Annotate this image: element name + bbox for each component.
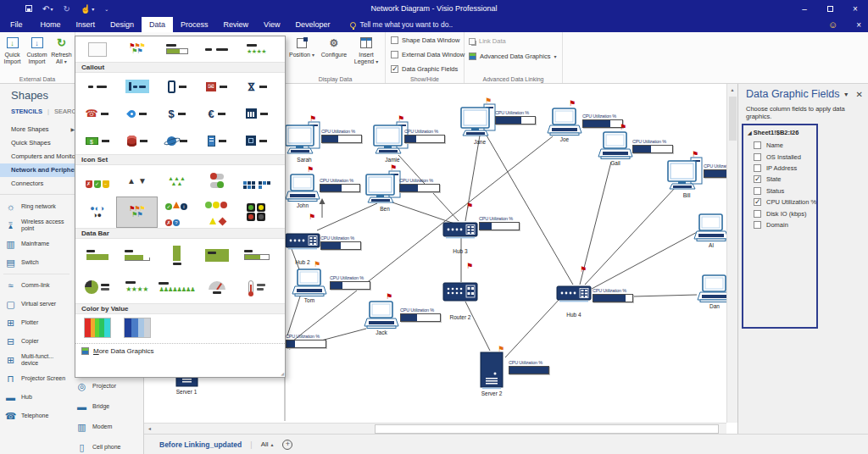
shape-multi-funct-device[interactable]: ⊞Multi-funct... device xyxy=(0,351,73,369)
vertical-data-bar[interactable] xyxy=(157,240,197,270)
stencil-network-and-peripherals[interactable]: Network and Peripherals xyxy=(0,163,78,177)
collapse-ribbon-icon[interactable]: × xyxy=(856,20,861,30)
field-name-checkbox[interactable]: Name xyxy=(748,140,816,151)
node-jack[interactable]: ⚑ xyxy=(364,301,399,333)
speedometer-data-bar[interactable] xyxy=(197,272,236,302)
more-data-graphics-button[interactable]: More Data Graphics xyxy=(75,343,285,358)
scroll-up-icon[interactable]: ▲ xyxy=(727,84,737,95)
data-graphic-callout[interactable] xyxy=(197,37,236,61)
stencil-connectors[interactable]: Connectors xyxy=(0,177,78,191)
node-tom[interactable]: ⚑ xyxy=(292,269,327,301)
block-data-bar[interactable] xyxy=(197,240,236,270)
shape-virtual-server[interactable]: ▢Virtual server xyxy=(0,295,73,313)
tab-file[interactable]: File xyxy=(0,17,33,32)
thermometer-data-bar[interactable] xyxy=(236,272,276,302)
tab-developer[interactable]: Developer xyxy=(287,17,337,32)
toggle-icon-set[interactable] xyxy=(197,166,236,196)
hourglass-callout[interactable]: ⋈ xyxy=(236,74,276,99)
minimize-button[interactable]: – xyxy=(792,0,817,17)
data-graphic-fields-checkbox[interactable]: Data Graphic Fields xyxy=(391,63,464,75)
data-graphic-data-bar[interactable] xyxy=(157,37,197,61)
close-button[interactable]: × xyxy=(843,0,868,17)
scroll-left-icon[interactable]: ◄ xyxy=(144,426,155,431)
refresh-all-button[interactable]: ↻Refresh All ▾ xyxy=(49,32,74,65)
configure-button[interactable]: ⚙Configure xyxy=(318,32,350,58)
shape-cell-phone[interactable]: ▯Cell phone xyxy=(71,438,142,454)
custom-import-button[interactable]: ↓Custom Import xyxy=(25,32,49,65)
dataset-row[interactable]: ◢Sheet1!$B2:I26 xyxy=(748,129,816,136)
shape-switch[interactable]: ▤Switch xyxy=(0,253,73,272)
panel-menu-icon[interactable]: ▼ xyxy=(843,91,849,97)
chip-callout[interactable] xyxy=(236,128,276,153)
all-pages-button[interactable]: All▲ xyxy=(261,440,275,448)
tab-data[interactable]: Data xyxy=(142,17,173,32)
data-graphic-star-rating[interactable]: ★★★★ xyxy=(236,37,276,61)
node-al[interactable] xyxy=(693,213,726,246)
stoplight-icon-set[interactable] xyxy=(236,197,276,227)
server-callout[interactable] xyxy=(197,128,236,153)
shapes-tab-stencils[interactable]: STENCILS xyxy=(11,108,42,115)
tell-me-box[interactable]: Tell me what you want to do.. xyxy=(350,17,453,32)
field-ip-address-checkbox[interactable]: IP Address xyxy=(748,163,816,174)
resize-grip-icon[interactable]: ◢ xyxy=(281,371,284,376)
shape-bridge[interactable]: ▬Bridge xyxy=(71,397,142,416)
flags-icon-set[interactable]: ⚑⚑⚑⚑⚑ xyxy=(117,197,157,227)
field-domain-checkbox[interactable]: Domain xyxy=(748,219,816,230)
color-by-value-blues[interactable] xyxy=(117,315,157,340)
shape-ring-network[interactable]: ☼Ring network xyxy=(0,197,73,216)
tab-review[interactable]: Review xyxy=(216,17,257,32)
node-john[interactable]: ⚑ xyxy=(285,174,320,206)
vertical-scrollbar[interactable]: ▲ xyxy=(726,84,737,423)
people-data-bar[interactable]: ♟♟♟♟♟♟♟♟ xyxy=(157,272,197,302)
field-os-installed-checkbox[interactable]: OS Installed xyxy=(748,151,816,162)
stencil-computers-and-monitors[interactable]: Computers and Monitors xyxy=(0,150,78,163)
no-data-graphic[interactable] xyxy=(77,37,117,61)
status-symbols-icon-set[interactable]: ✓i✗? xyxy=(157,197,197,227)
phone-callout[interactable]: ☎ xyxy=(77,101,117,126)
shape-data-window-checkbox[interactable]: Shape Data Window xyxy=(391,34,464,47)
node-gail[interactable]: ⚑ xyxy=(598,131,633,163)
stencil-quick-shapes[interactable]: Quick Shapes xyxy=(0,136,78,150)
squares-icon-set[interactable] xyxy=(236,166,276,196)
node-bill[interactable]: ⚑ xyxy=(667,157,706,196)
node-jane[interactable]: ⚑ xyxy=(460,103,499,142)
position-button[interactable]: Position ▾ xyxy=(286,32,318,58)
location-pin-callout[interactable] xyxy=(117,101,157,126)
star-rating-data-bar[interactable]: ★★★★ xyxy=(117,272,157,302)
panel-close-icon[interactable]: ✕ xyxy=(856,90,863,99)
shape-copier[interactable]: ⊟Copier xyxy=(0,332,73,351)
node-hub4[interactable]: ⚑ xyxy=(556,285,592,307)
add-page-button[interactable]: + xyxy=(282,440,292,450)
text-callout[interactable] xyxy=(77,74,117,99)
horizontal-scrollbar[interactable]: ◄ xyxy=(144,423,726,434)
planet-callout[interactable] xyxy=(157,128,197,153)
shape-modem[interactable]: ▥Modem xyxy=(71,418,142,436)
signal-strength-icon-set[interactable]: ▲▲▲▲▲ xyxy=(157,166,197,196)
node-joe[interactable]: ⚑ xyxy=(547,108,582,140)
tab-design[interactable]: Design xyxy=(103,17,142,32)
field-state-checkbox[interactable]: State xyxy=(748,174,816,185)
external-data-window-checkbox[interactable]: External Data Window xyxy=(391,48,464,61)
progress-bar[interactable] xyxy=(236,240,276,270)
shape-wireless-access-point[interactable]: ≈▲Wireless access point xyxy=(0,216,73,235)
color-by-value-spectrum[interactable] xyxy=(77,315,117,340)
thumbs-icon-set[interactable]: ▲▼ xyxy=(117,166,157,196)
horizontal-scroll-thumb[interactable] xyxy=(375,424,719,434)
dollar-callout[interactable]: $ xyxy=(157,101,197,126)
shape-plotter[interactable]: ⊞Plotter xyxy=(0,313,73,332)
node-hub3[interactable]: ⚑ xyxy=(442,222,478,243)
data-graphic-flags[interactable]: ⚑⚑⚑⚑⚑ xyxy=(117,37,157,61)
colored-shapes-icon-set[interactable] xyxy=(197,197,236,227)
node-dan[interactable] xyxy=(697,274,726,307)
shape-projector-screen[interactable]: ⊓Projector Screen xyxy=(0,369,73,388)
field-disk-io-kbps--checkbox[interactable]: Disk IO (kbps) xyxy=(748,208,816,219)
node-server2[interactable]: ⚑ xyxy=(480,352,505,393)
euro-callout[interactable]: € xyxy=(197,101,236,126)
tab-view[interactable]: View xyxy=(256,17,287,32)
stencil-more-shapes[interactable]: More Shapes▶ xyxy=(0,123,78,136)
advanced-data-graphics-button[interactable]: Advanced Data Graphics▾ xyxy=(469,50,562,63)
vertical-scroll-thumb[interactable] xyxy=(729,97,737,141)
restore-button[interactable] xyxy=(817,0,843,17)
page-tab[interactable]: Before Linking_updated xyxy=(159,440,242,449)
node-hub2[interactable]: ⚑ xyxy=(285,233,320,254)
